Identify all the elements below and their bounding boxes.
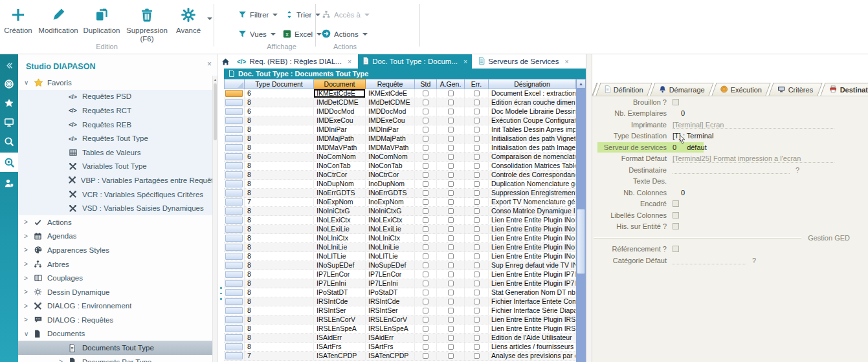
user-roles-icon[interactable] bbox=[0, 175, 18, 191]
checkbox-icon[interactable] bbox=[423, 90, 428, 96]
err-checkbox-cell[interactable] bbox=[465, 189, 489, 197]
err-checkbox-cell[interactable] bbox=[465, 252, 489, 261]
checkbox-icon[interactable] bbox=[423, 353, 428, 359]
checkbox-icon[interactable] bbox=[448, 253, 454, 259]
row-indicator[interactable] bbox=[224, 98, 245, 107]
table-row[interactable]: 8IMDMajPathIMDMajPathInitialisation des … bbox=[224, 134, 576, 144]
err-checkbox-cell[interactable] bbox=[465, 234, 489, 242]
document-cell[interactable]: INoLIniCtx bbox=[314, 234, 366, 242]
chevron-expanded-icon[interactable]: ∨ bbox=[24, 79, 34, 86]
checkbox-icon[interactable] bbox=[423, 208, 428, 214]
checkbox-icon[interactable] bbox=[423, 109, 428, 114]
document-cell[interactable]: IRSIntCde bbox=[314, 297, 366, 306]
panel-tab-crit-res[interactable]: Critères bbox=[769, 83, 823, 96]
checkbox-icon[interactable] bbox=[448, 299, 454, 304]
row-indicator[interactable] bbox=[224, 171, 245, 179]
requete-cell[interactable]: IMDExeCou bbox=[366, 116, 415, 125]
std-checkbox-cell[interactable] bbox=[415, 343, 437, 351]
duplication-button[interactable]: Duplication bbox=[83, 3, 120, 35]
requete-cell[interactable]: IMDDocMod bbox=[366, 107, 415, 116]
designation-cell[interactable]: Liens articles / fournisseurs bbox=[489, 343, 576, 351]
checkbox-icon[interactable] bbox=[474, 262, 480, 268]
close-icon[interactable]: × bbox=[207, 59, 212, 69]
document-cell[interactable]: IRSIntSer bbox=[314, 306, 366, 315]
std-checkbox-cell[interactable] bbox=[415, 171, 437, 179]
sidebar-item-vbp-variables-partag-es-entre-requ-tes[interactable]: VBP : Variables Partagées entre Requêtes bbox=[18, 173, 212, 187]
requete-cell[interactable]: INoLITLie bbox=[366, 252, 415, 261]
checkbox-icon[interactable] bbox=[423, 335, 428, 341]
checkbox-icon[interactable] bbox=[474, 344, 480, 350]
a-gen-checkbox-cell[interactable] bbox=[437, 225, 465, 233]
err-checkbox-cell[interactable] bbox=[465, 334, 489, 342]
row-indicator[interactable] bbox=[224, 207, 245, 215]
format-defaut-field[interactable]: [Terminal25] Format impression a l'ecran bbox=[673, 153, 868, 165]
designation-cell[interactable]: Suppression Enregistrements TV INoErrGDT bbox=[489, 189, 576, 197]
sidebar-splitter[interactable] bbox=[218, 54, 224, 362]
sidebar-item-arbres[interactable]: >Arbres bbox=[18, 257, 212, 272]
err-checkbox-cell[interactable] bbox=[465, 325, 489, 333]
checkbox-icon[interactable] bbox=[474, 181, 480, 187]
sidebar-item-requ-tes-psd[interactable]: </>Requêtes PSD bbox=[18, 90, 212, 104]
checkbox-icon[interactable] bbox=[474, 154, 480, 160]
checkbox-icon[interactable] bbox=[474, 90, 480, 96]
table-row[interactable]: 6IKMExtCdeEIKMExtCdeEDocument Excel : ex… bbox=[224, 89, 576, 98]
document-cell[interactable]: INoConTab bbox=[314, 162, 366, 170]
excel-button[interactable]: x Excel bbox=[283, 27, 322, 41]
type-document-cell[interactable]: 8 bbox=[245, 252, 314, 261]
checkbox-icon[interactable] bbox=[423, 217, 428, 223]
document-cell[interactable]: INoComNom bbox=[314, 153, 366, 161]
requete-cell[interactable]: INoComNom bbox=[366, 153, 415, 161]
chevron-collapsed-icon[interactable]: > bbox=[24, 246, 34, 253]
type-document-cell[interactable]: 8 bbox=[245, 306, 314, 315]
document-cell[interactable]: IMDIniPar bbox=[314, 125, 366, 134]
std-checkbox-cell[interactable] bbox=[415, 252, 437, 261]
checkbox-icon[interactable] bbox=[474, 136, 480, 142]
checkbox-icon[interactable] bbox=[474, 145, 480, 151]
type-document-cell[interactable]: 7 bbox=[245, 352, 314, 360]
designation-cell[interactable]: Lien Entre Entite Plugin IRSCorVBA bbox=[489, 315, 576, 324]
checkbox-icon[interactable] bbox=[474, 127, 480, 133]
checkbox-icon[interactable] bbox=[448, 163, 454, 169]
checkbox-icon[interactable] bbox=[474, 226, 480, 232]
row-indicator[interactable] bbox=[224, 261, 245, 270]
panel-tab-d-finition[interactable]: Définition bbox=[595, 83, 652, 96]
err-checkbox-cell[interactable] bbox=[465, 288, 489, 297]
table-row[interactable]: 8IRSLEnCorVIRSLEnCorVLien Entre Entite P… bbox=[224, 315, 576, 325]
document-cell[interactable]: INoIniCtxG bbox=[314, 207, 366, 215]
designation-cell[interactable]: Sup Enreg defaut vide TV INo... bbox=[489, 261, 576, 270]
a-gen-checkbox-cell[interactable] bbox=[437, 153, 465, 161]
checkbox-icon[interactable] bbox=[448, 217, 454, 223]
panel-tab-destination[interactable]: Destination bbox=[820, 83, 868, 96]
document-cell[interactable]: INoSupEDef bbox=[314, 261, 366, 270]
err-checkbox-cell[interactable] bbox=[465, 98, 489, 107]
a-gen-checkbox-cell[interactable] bbox=[437, 198, 465, 206]
checkbox-icon[interactable] bbox=[448, 262, 454, 268]
checkbox-icon[interactable] bbox=[423, 344, 428, 350]
std-checkbox-cell[interactable] bbox=[415, 180, 437, 188]
requete-cell[interactable]: IRSLEnCorV bbox=[366, 315, 415, 324]
tab-doc-tout-type[interactable]: Doc. Tout Type : Docum... × bbox=[358, 54, 472, 69]
document-cell[interactable]: INoErrGDTS bbox=[314, 189, 366, 197]
a-gen-checkbox-cell[interactable] bbox=[437, 261, 465, 270]
document-cell[interactable]: IP7LEnCor bbox=[314, 270, 366, 279]
chevron-collapsed-icon[interactable]: > bbox=[24, 303, 34, 310]
suppression-button[interactable]: Suppression (F6) bbox=[123, 3, 171, 43]
requete-cell[interactable]: IMDMaVPath bbox=[366, 144, 415, 152]
checkbox-icon[interactable] bbox=[474, 172, 480, 178]
type-document-cell[interactable]: 8 bbox=[245, 207, 314, 215]
requete-cell[interactable]: IP7LEnCor bbox=[366, 270, 415, 279]
search-icon[interactable] bbox=[0, 133, 18, 150]
checkbox-icon[interactable] bbox=[448, 136, 454, 142]
document-cell[interactable]: INoLITLie bbox=[314, 252, 366, 261]
err-checkbox-cell[interactable] bbox=[465, 116, 489, 125]
designation-cell[interactable]: Consolidation Matrices Tables Nomenclatu… bbox=[489, 162, 576, 170]
column-header-a-gen[interactable]: A.Gen. bbox=[437, 79, 465, 89]
designation-cell[interactable]: Lien Entre Entite Plugin INoITLie bbox=[489, 252, 576, 261]
type-document-cell[interactable]: 8 bbox=[245, 315, 314, 324]
designation-cell[interactable]: Conso Matrice Dynamique INoIniCtx bbox=[489, 207, 576, 215]
a-gen-checkbox-cell[interactable] bbox=[437, 270, 465, 279]
type-document-cell[interactable]: 8 bbox=[245, 180, 314, 188]
designation-cell[interactable]: Fichier Interface Entete Commande Diapas… bbox=[489, 297, 576, 306]
type-document-cell[interactable]: 8 bbox=[245, 261, 314, 270]
document-cell[interactable]: IMdDetCDME bbox=[314, 98, 366, 107]
